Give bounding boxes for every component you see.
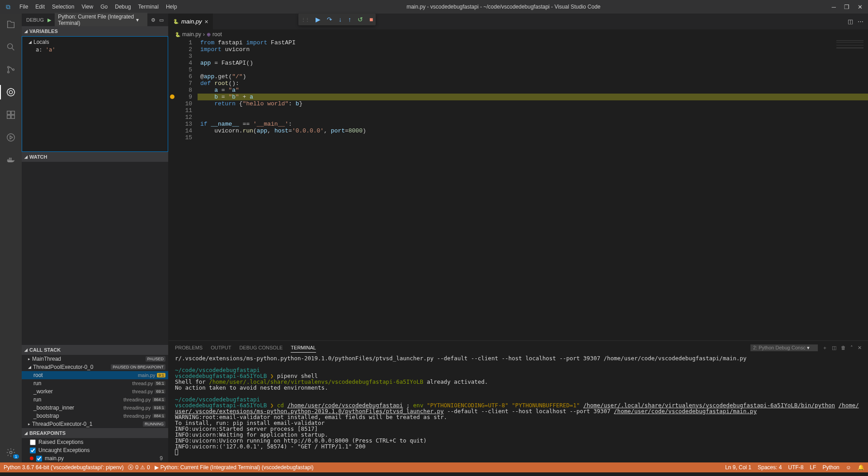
test-icon[interactable]: [0, 130, 22, 145]
callstack-header[interactable]: ◢CALL STACK: [22, 345, 168, 355]
status-bell-icon[interactable]: 🔔: [858, 464, 864, 471]
callstack-thread[interactable]: ▸MainThreadPAUSED: [22, 355, 168, 363]
variable-row[interactable]: a: 'a': [22, 47, 168, 53]
maximize-panel-icon[interactable]: ˄: [850, 343, 853, 353]
svg-rect-7: [7, 115, 10, 118]
debug-toolbar[interactable]: ⋮⋮ ▶ ↷ ↓ ↑ ↺ ■: [298, 14, 376, 25]
more-icon[interactable]: ⋯: [858, 18, 863, 25]
breakpoints-header[interactable]: ◢BREAKPOINTS: [22, 428, 168, 438]
kill-terminal-icon[interactable]: 🗑: [841, 343, 846, 352]
search-icon[interactable]: [0, 40, 22, 54]
breakpoint-checkbox[interactable]: [36, 456, 42, 462]
restart-icon[interactable]: ↺: [358, 16, 363, 23]
svg-point-10: [7, 134, 15, 141]
panel-tab-debugconsole[interactable]: DEBUG CONSOLE: [239, 343, 283, 352]
breakpoint-row[interactable]: main.py9: [22, 454, 168, 462]
start-debug-icon[interactable]: ▶: [47, 17, 51, 23]
callstack-frame[interactable]: _bootstrap_innerthreading.py916:1: [22, 404, 168, 412]
menu-file[interactable]: File: [16, 4, 32, 10]
menu-go[interactable]: Go: [97, 4, 111, 10]
explorer-icon[interactable]: [0, 17, 22, 32]
source-control-icon[interactable]: [0, 62, 22, 77]
debug-config-dropdown[interactable]: Python: Current File (Integrated Termina…: [55, 13, 147, 27]
settings-gear-icon[interactable]: 1: [0, 445, 22, 460]
panel-tab-output[interactable]: OUTPUT: [211, 343, 231, 352]
new-terminal-icon[interactable]: ＋: [822, 343, 827, 353]
minimize-icon[interactable]: ─: [832, 4, 836, 10]
menu-debug[interactable]: Debug: [111, 4, 134, 10]
symbol-icon: ⊕: [207, 32, 211, 38]
status-errors[interactable]: ⓧ0 ⚠0: [128, 464, 150, 471]
breakpoint-row[interactable]: Uncaught Exceptions: [22, 446, 168, 454]
breadcrumb-file[interactable]: main.py: [182, 31, 201, 38]
menu-selection[interactable]: Selection: [48, 4, 78, 10]
svg-rect-15: [10, 158, 12, 159]
status-spaces[interactable]: Spaces: 4: [758, 464, 782, 471]
callstack-frame[interactable]: _bootstrapthreading.py884:1: [22, 412, 168, 420]
terminal-content[interactable]: r/.vscode/extensions/ms-python.python-20…: [169, 354, 868, 462]
stop-icon[interactable]: ■: [369, 16, 373, 23]
svg-point-3: [13, 69, 14, 71]
tab-title: main.py: [181, 18, 202, 25]
variables-header[interactable]: ◢VARIABLES: [22, 26, 168, 36]
breadcrumb-symbol[interactable]: root: [212, 31, 222, 38]
activity-bar: 1: [0, 14, 22, 462]
breakpoint-checkbox[interactable]: [30, 439, 36, 445]
breakpoints-body: Raised ExceptionsUncaught Exceptionsmain…: [22, 438, 168, 462]
split-terminal-icon[interactable]: ◫: [832, 343, 836, 353]
split-editor-icon[interactable]: ◫: [848, 18, 853, 25]
callstack-frame[interactable]: _workerthread.py69:1: [22, 387, 168, 396]
menu-help[interactable]: Help: [162, 4, 181, 10]
extensions-icon[interactable]: [0, 108, 22, 122]
continue-icon[interactable]: ▶: [316, 16, 321, 23]
terminal-selector[interactable]: 2: Python Debug Consc ▾: [750, 344, 818, 351]
panel-tab-terminal[interactable]: TERMINAL: [291, 343, 316, 353]
python-file-icon: 🐍: [175, 32, 180, 37]
svg-rect-6: [7, 111, 10, 114]
editor-tab-main[interactable]: 🐍 main.py ×: [169, 14, 213, 29]
debug-side-panel: DEBUG ▶ Python: Current File (Integrated…: [22, 14, 169, 462]
status-bar: Python 3.6.7 64-bit ('vscodedebugfastapi…: [0, 462, 868, 472]
callstack-thread[interactable]: ◢ThreadPoolExecutor-0_0PAUSED ON BREAKPO…: [22, 363, 168, 371]
drag-grip-icon[interactable]: ⋮⋮: [301, 17, 309, 22]
status-debug-config[interactable]: ▶ Python: Current File (Integrated Termi…: [155, 464, 314, 471]
close-panel-icon[interactable]: ✕: [858, 343, 862, 353]
menu-terminal[interactable]: Terminal: [135, 4, 162, 10]
status-cursor[interactable]: Ln 9, Col 1: [725, 464, 751, 471]
watch-body: [22, 162, 168, 345]
status-language[interactable]: Python: [822, 464, 839, 471]
close-icon[interactable]: ✕: [858, 4, 863, 10]
svg-rect-8: [11, 115, 14, 118]
docker-icon[interactable]: [0, 153, 22, 167]
status-encoding[interactable]: UTF-8: [788, 464, 803, 471]
debug-console-icon[interactable]: ▭: [159, 17, 164, 23]
svg-point-0: [8, 44, 13, 49]
callstack-thread[interactable]: ▸ThreadPoolExecutor-0_1RUNNING: [22, 420, 168, 428]
step-into-icon[interactable]: ↓: [339, 16, 342, 23]
svg-point-1: [8, 66, 9, 68]
locals-scope[interactable]: ◢Locals: [22, 38, 168, 47]
breakpoint-row[interactable]: Raised Exceptions: [22, 438, 168, 446]
breadcrumb[interactable]: 🐍 main.py › ⊕ root: [169, 29, 868, 39]
menu-view[interactable]: View: [78, 4, 97, 10]
debug-settings-icon[interactable]: ⚙: [151, 17, 156, 23]
watch-header[interactable]: ◢WATCH: [22, 152, 168, 162]
step-over-icon[interactable]: ↷: [327, 16, 332, 23]
maximize-icon[interactable]: ❐: [844, 4, 849, 10]
status-feedback-icon[interactable]: ☺: [846, 464, 851, 471]
callstack-frame[interactable]: runthread.py56:1: [22, 379, 168, 387]
debug-activity-icon[interactable]: [0, 85, 22, 99]
status-python[interactable]: Python 3.6.7 64-bit ('vscodedebugfastapi…: [4, 464, 123, 471]
svg-rect-9: [11, 111, 14, 114]
status-eol[interactable]: LF: [810, 464, 816, 471]
code-editor[interactable]: 123456789101112131415 from fastapi impor…: [169, 39, 868, 340]
tab-close-icon[interactable]: ×: [205, 18, 208, 25]
step-out-icon[interactable]: ↑: [348, 16, 351, 23]
menu-edit[interactable]: Edit: [32, 4, 48, 10]
callstack-frame[interactable]: rootmain.py9:1: [22, 371, 168, 379]
panel-tab-problems[interactable]: PROBLEMS: [175, 343, 203, 352]
breakpoint-checkbox[interactable]: [30, 448, 36, 453]
minimap[interactable]: [836, 40, 863, 53]
svg-rect-11: [8, 159, 9, 160]
callstack-frame[interactable]: runthreading.py864:1: [22, 396, 168, 404]
